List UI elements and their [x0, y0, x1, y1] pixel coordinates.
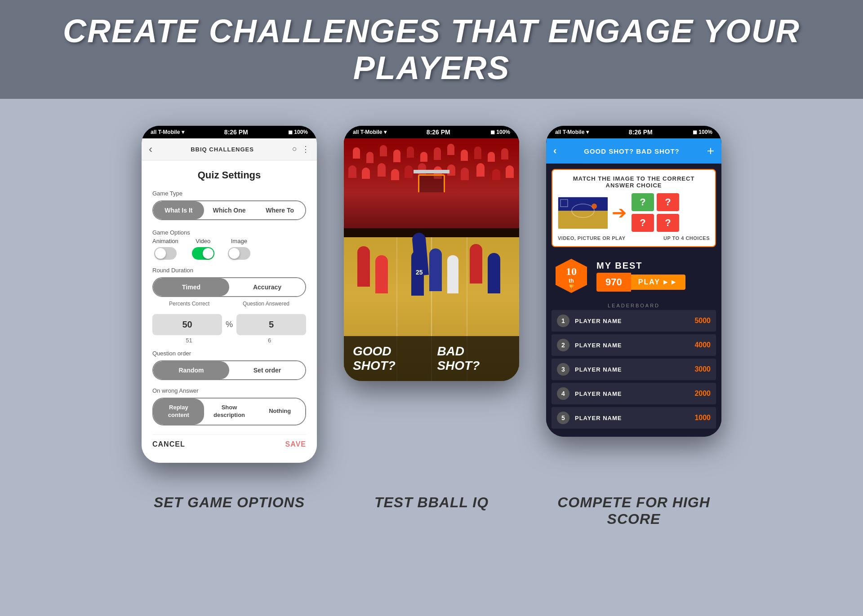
game-options-label: Game Options	[152, 229, 306, 236]
match-card-content: ➔ ? ? ? ?	[558, 193, 710, 232]
phone3-add-icon[interactable]: +	[707, 144, 714, 158]
choice-wrong-1: ?	[657, 193, 679, 211]
nav-icons: ○ ⋮	[292, 144, 310, 154]
choice-bad-shot[interactable]: BAD SHOT?	[437, 344, 510, 373]
my-best-section: MY BEST 970 PLAY ►►	[589, 261, 714, 292]
phone1-nav: ‹ BBIQ CHALLENGES ○ ⋮	[142, 138, 317, 160]
svg-rect-1	[558, 211, 608, 229]
lb-score-2: 3000	[694, 365, 711, 373]
quiz-settings-content: Quiz Settings Game Type What Is It Which…	[142, 160, 317, 463]
phone2-status-left: all T-Mobile ▾	[353, 129, 387, 135]
phone2-status-center: 8:26 PM	[427, 129, 450, 136]
lb-rank-0: 1	[557, 315, 569, 327]
lb-name-3: PLAYER NAME	[575, 390, 694, 397]
image-toggle[interactable]	[228, 247, 250, 260]
nav-back-icon[interactable]: ‹	[149, 143, 152, 155]
sub-value-left: 51	[152, 337, 226, 344]
match-image	[558, 197, 607, 228]
leaderboard-row-1: 2 PLAYER NAME 4000	[552, 334, 716, 356]
animation-label: Animation	[152, 238, 178, 244]
match-arrow-icon: ➔	[612, 202, 627, 223]
game-type-btn-2[interactable]: Where To	[254, 201, 305, 219]
number-input[interactable]: 5	[236, 314, 306, 335]
order-set-btn[interactable]: Set order	[229, 361, 305, 379]
crowd-area	[344, 138, 519, 228]
wrong-btn-0[interactable]: Replaycontent	[153, 399, 204, 425]
match-card-title: MATCH THE IMAGE TO THE CORRECT ANSWER CH…	[558, 175, 710, 189]
option-video: Video	[192, 238, 214, 260]
question-order-label: Question order	[152, 350, 306, 357]
phone3-header: ‹ GOOD SHOT? BAD SHOT? +	[546, 138, 721, 164]
phone3-status-center: 8:26 PM	[629, 129, 653, 136]
rank-hexagon: 10 th 🏆	[553, 258, 589, 294]
quiz-settings-title: Quiz Settings	[152, 169, 306, 181]
round-sublabel-1: Question Answered	[243, 301, 289, 307]
leaderboard-row-4: 5 PLAYER NAME 1000	[552, 407, 716, 429]
animation-toggle[interactable]	[154, 247, 177, 260]
match-choices: ? ? ? ?	[632, 193, 679, 232]
phone1-status-bar: all T-Mobile ▾ 8:26 PM ◼ 100%	[142, 126, 317, 138]
save-button[interactable]: SAVE	[285, 440, 306, 448]
phone3-back-icon[interactable]: ‹	[553, 145, 556, 157]
video-toggle[interactable]	[192, 247, 214, 260]
round-buttons: Timed Accuracy	[152, 277, 306, 297]
percent-input[interactable]: 50	[152, 314, 222, 335]
rank-badge-container: 10 th 🏆	[553, 258, 589, 294]
score-value: 970	[596, 273, 631, 292]
phone1-status-center: 8:26 PM	[224, 129, 248, 136]
video-overlay: GOOD SHOT? BAD SHOT?	[344, 336, 519, 381]
inputs-row: 50 % 5	[152, 314, 306, 335]
wrong-btn-2[interactable]: Nothing	[254, 399, 305, 425]
leaderboard-label: LEADERBOARD	[546, 299, 721, 310]
game-type-btn-0[interactable]: What Is It	[153, 201, 204, 219]
round-labels: Percents Correct Question Answered	[152, 301, 306, 307]
round-duration-label: Round Duration	[152, 267, 306, 274]
round-accuracy-btn[interactable]: Accuracy	[229, 278, 305, 296]
phone1-screen: ‹ BBIQ CHALLENGES ○ ⋮ Quiz Settings Game…	[142, 138, 317, 463]
image-label: Image	[231, 238, 247, 244]
rank-suffix: th	[569, 278, 574, 284]
lb-rank-4: 5	[557, 412, 569, 424]
round-timed-btn[interactable]: Timed	[153, 278, 229, 296]
order-buttons: Random Set order	[152, 360, 306, 380]
choice-wrong-3: ?	[657, 214, 679, 232]
bottom-labels: SET GAME OPTIONS TEST BBALL IQ COMPETE F…	[0, 481, 863, 545]
bottom-actions: CANCEL SAVE	[152, 434, 306, 454]
game-type-btn-1[interactable]: Which One	[204, 201, 255, 219]
svg-point-4	[592, 204, 597, 209]
sub-labels: 51 6	[152, 337, 306, 344]
footer-right: UP TO 4 CHOICES	[663, 235, 710, 241]
match-card-footer: VIDEO, PICTURE OR PLAY UP TO 4 CHOICES	[558, 235, 710, 241]
lb-rank-1: 2	[557, 339, 569, 351]
phone3-header-title: GOOD SHOT? BAD SHOT?	[584, 147, 680, 155]
phone3-status-right: ◼ 100%	[693, 129, 712, 135]
percent-sign: %	[226, 320, 233, 329]
more-icon[interactable]: ⋮	[302, 144, 310, 154]
phone2-screen: 25 GOOD SHOT? BAD SHOT?	[344, 138, 519, 381]
search-icon[interactable]: ○	[292, 144, 297, 154]
phone1-status-right: ◼ 100%	[288, 129, 308, 135]
order-random-btn[interactable]: Random	[153, 361, 229, 379]
phone1-mockup: all T-Mobile ▾ 8:26 PM ◼ 100% ‹ BBIQ CHA…	[142, 126, 317, 463]
match-card: MATCH THE IMAGE TO THE CORRECT ANSWER CH…	[552, 169, 716, 247]
lb-score-1: 4000	[694, 341, 711, 349]
lb-rank-3: 4	[557, 387, 569, 400]
lb-name-1: PLAYER NAME	[575, 342, 694, 349]
svg-text:🏆: 🏆	[569, 284, 574, 290]
phone2-status-right: ◼ 100%	[490, 129, 510, 135]
score-area: 10 th 🏆 MY BEST 970 PLAY ►►	[546, 253, 721, 299]
play-arrow-icon: ►►	[662, 278, 678, 286]
phone2-status-bar: all T-Mobile ▾ 8:26 PM ◼ 100%	[344, 126, 519, 138]
cancel-button[interactable]: CANCEL	[152, 440, 185, 448]
play-button[interactable]: PLAY ►►	[631, 275, 685, 290]
lb-name-0: PLAYER NAME	[575, 318, 694, 324]
game-options-section: Game Options Animation Video	[152, 229, 306, 260]
game-type-label: Game Type	[152, 190, 306, 197]
wrong-btn-1[interactable]: Showdescription	[204, 399, 255, 425]
wrong-answer-buttons: Replaycontent Showdescription Nothing	[152, 398, 306, 425]
choice-good-shot[interactable]: GOOD SHOT?	[353, 344, 437, 373]
option-image: Image	[228, 238, 250, 260]
lb-rank-2: 3	[557, 363, 569, 376]
rank-number: 10	[566, 266, 577, 277]
leaderboard-row-2: 3 PLAYER NAME 3000	[552, 359, 716, 380]
